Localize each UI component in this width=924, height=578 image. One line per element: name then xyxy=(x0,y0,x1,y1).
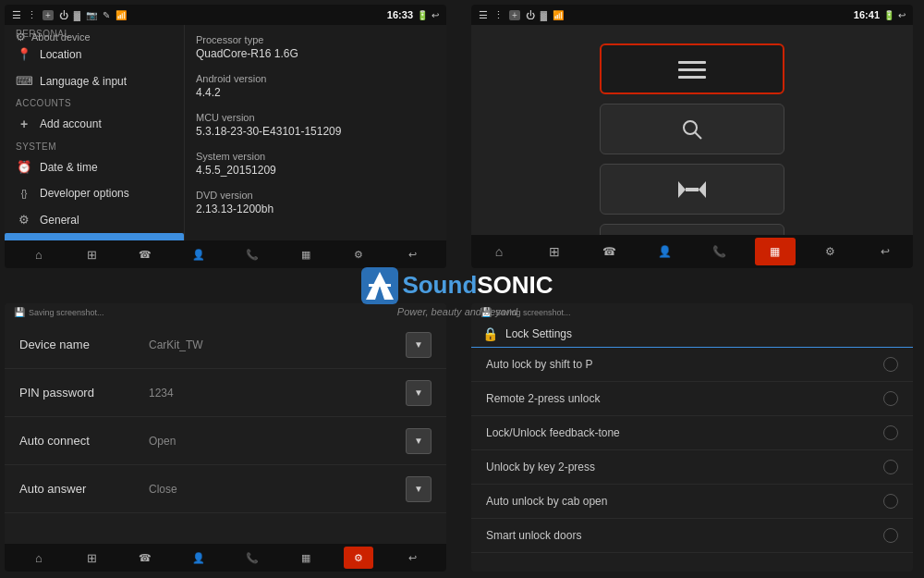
call-icon: 📞 xyxy=(246,249,259,261)
add-account-label: Add account xyxy=(40,117,102,130)
grid-nav-btn[interactable]: ⊞ xyxy=(78,243,107,265)
list-icon xyxy=(678,59,706,80)
tr-back-nav-icon: ↩ xyxy=(881,245,890,258)
battery-icon: 🔋 xyxy=(417,10,428,20)
location-icon: 📍 xyxy=(16,47,32,61)
date-time-item[interactable]: ⏰ Date & time xyxy=(5,154,184,180)
processor-row: Processor type QuadCore-R16 1.6G xyxy=(196,34,435,60)
bl-call-btn[interactable]: 📞 xyxy=(237,547,267,569)
svg-line-4 xyxy=(695,132,701,139)
call-nav-btn[interactable]: 📞 xyxy=(237,243,267,265)
unlock-key-radio[interactable] xyxy=(883,460,898,474)
bl-back-btn[interactable]: ↩ xyxy=(397,547,427,569)
bl-grid-btn[interactable]: ⊞ xyxy=(78,547,107,569)
bl-apps-btn[interactable]: ▦ xyxy=(291,547,321,569)
settings-nav-btn[interactable]: ⚙ xyxy=(344,243,373,265)
smart-unlock-doors-item[interactable]: Smart unlock doors xyxy=(471,519,913,553)
smart-unlock-doors-label: Smart unlock doors xyxy=(486,529,581,542)
wifi-icon: 📶 xyxy=(116,10,127,20)
device-name-dropdown[interactable]: ▼ xyxy=(406,332,432,358)
location-item[interactable]: 📍 Location xyxy=(5,41,184,68)
auto-unlock-cab-item[interactable]: Auto unlock by cab open xyxy=(471,485,913,519)
remote-press-unlock-item[interactable]: Remote 2-press unlock xyxy=(471,382,913,416)
bl-settings-btn[interactable]: ⚙ xyxy=(344,547,373,569)
tr-call-btn[interactable]: 📞 xyxy=(699,238,740,265)
bl-contacts-btn[interactable]: 👤 xyxy=(184,547,213,569)
device-name-row: Device name CarKit_TW ▼ xyxy=(5,321,446,369)
auto-answer-label: Auto answer xyxy=(19,482,149,496)
tr-add-icon: + xyxy=(509,10,520,20)
status-bar-top-right: ☰ ⋮ + ⏻ ▓ 📶 16:41 🔋 ↩ xyxy=(471,5,913,25)
auto-answer-dropdown[interactable]: ▼ xyxy=(406,476,432,502)
logo-container: SoundSONIC xyxy=(361,267,553,304)
mcu-version-label: MCU version xyxy=(196,112,435,123)
back-nav-btn[interactable]: ↩ xyxy=(397,243,427,265)
device-name-value: CarKit_TW xyxy=(149,338,406,351)
power-icon: ⏻ xyxy=(59,10,68,20)
auto-connect-label: Auto connect xyxy=(19,434,149,448)
clock-icon: ⏰ xyxy=(16,160,32,174)
apps-nav-btn[interactable]: ▦ xyxy=(291,243,321,265)
svg-rect-7 xyxy=(686,188,699,191)
remote-press-radio[interactable] xyxy=(883,391,898,406)
about-device-item[interactable]: ℹ About device xyxy=(5,233,184,240)
tr-search-button[interactable] xyxy=(600,104,784,154)
tr-back-btn[interactable]: ↩ xyxy=(865,238,906,265)
system-version-value: 4.5.5_20151209 xyxy=(196,164,435,177)
tr-home-btn[interactable]: ⌂ xyxy=(479,238,519,265)
system-version-row: System version 4.5.5_20151209 xyxy=(196,151,435,177)
processor-label: Processor type xyxy=(196,34,435,45)
add-account-item[interactable]: + Add account xyxy=(5,110,184,138)
edit-icon: ✎ xyxy=(103,10,110,20)
menu-dots-icon: ⋮ xyxy=(27,9,37,21)
tr-wifi-icon: 📶 xyxy=(553,10,564,20)
date-time-label: Date & time xyxy=(40,161,98,174)
auto-connect-dropdown[interactable]: ▼ xyxy=(406,428,432,454)
auto-lock-shift-item[interactable]: Auto lock by shift to P xyxy=(471,348,913,382)
logo-subtitle: Power, beauty and beyond xyxy=(397,306,517,317)
general-label: General xyxy=(40,214,79,227)
smart-unlock-radio[interactable] xyxy=(883,528,898,543)
dvd-version-value: 2.13.13-1200bh xyxy=(196,203,435,215)
svg-rect-0 xyxy=(678,61,706,64)
tr-phone-btn[interactable]: ☎ xyxy=(589,238,629,265)
home-nav-btn[interactable]: ⌂ xyxy=(24,243,54,265)
remote-press-unlock-label: Remote 2-press unlock xyxy=(486,392,600,405)
tr-phone-icon: ☎ xyxy=(602,245,616,258)
tr-menu-icon: ⋮ xyxy=(493,9,504,21)
unlock-key-press-item[interactable]: Unlock by key 2-press xyxy=(471,450,913,485)
auto-lock-shift-radio[interactable] xyxy=(883,357,898,372)
bl-home-btn[interactable]: ⌂ xyxy=(24,547,54,569)
general-icon: ⚙ xyxy=(16,213,32,227)
tr-grid-btn[interactable]: ⊞ xyxy=(534,238,575,265)
tr-contacts-btn[interactable]: 👤 xyxy=(644,238,685,265)
tr-list-button[interactable] xyxy=(600,43,784,94)
phone-nav-btn[interactable]: ☎ xyxy=(130,243,160,265)
language-input-item[interactable]: ⌨ Language & input xyxy=(5,68,184,94)
tr-settings-btn[interactable]: ⚙ xyxy=(809,238,850,265)
tr-home-icon: ⌂ xyxy=(495,244,503,259)
svg-rect-1 xyxy=(678,68,706,71)
bottom-nav-bottom-left: ⌂ ⊞ ☎ 👤 📞 ▦ ⚙ ↩ xyxy=(5,544,446,572)
status-right-icons: 16:33 🔋 ↩ xyxy=(387,9,439,20)
general-item[interactable]: ⚙ General xyxy=(5,206,184,233)
tr-navigate-button[interactable] xyxy=(600,164,784,215)
arrows-icon xyxy=(678,181,706,198)
bl-phone-btn[interactable]: ☎ xyxy=(130,547,160,569)
lock-feedback-radio[interactable] xyxy=(883,425,898,440)
add-icon: + xyxy=(43,10,54,20)
status-left-icons: ☰ ⋮ + ⏻ ▓ 📷 ✎ 📶 xyxy=(12,9,127,21)
auto-unlock-cab-radio[interactable] xyxy=(883,494,898,509)
dvd-version-row: DVD version 2.13.13-1200bh xyxy=(196,190,435,215)
lock-feedback-tone-item[interactable]: Lock/Unlock feedback-tone xyxy=(471,416,913,450)
tr-apps-btn[interactable]: ▦ xyxy=(755,238,796,265)
camera-icon: 📷 xyxy=(86,10,97,20)
signal-icon: ▓ xyxy=(74,10,80,20)
svg-rect-2 xyxy=(678,76,706,79)
pin-password-dropdown[interactable]: ▼ xyxy=(406,380,432,406)
contacts-nav-btn[interactable]: 👤 xyxy=(184,243,213,265)
bl-grid-icon: ⊞ xyxy=(87,551,97,565)
bl-contacts-icon: 👤 xyxy=(192,552,205,564)
home-icon: ⌂ xyxy=(35,248,43,262)
developer-options-item[interactable]: {} Developer options xyxy=(5,180,184,206)
